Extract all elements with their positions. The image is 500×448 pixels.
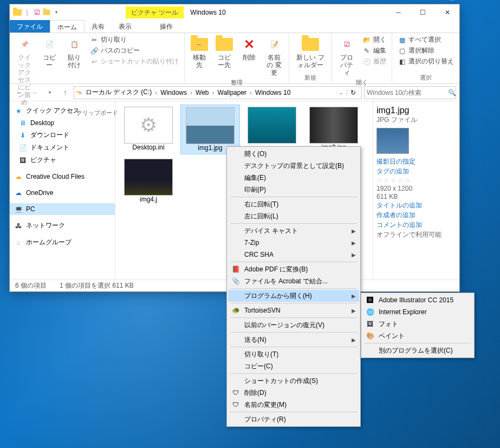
image-thumbnail xyxy=(248,107,296,144)
help-icon[interactable]: ? xyxy=(447,0,456,1)
pasteshortcut-button[interactable]: ↩ショートカットの貼り付け xyxy=(88,56,181,67)
paste-button[interactable]: 📋貼り付け xyxy=(63,35,86,108)
openwith-item[interactable]: 別のプログラムを選択(C) xyxy=(362,345,473,356)
history-button[interactable]: 🕘履歴 xyxy=(360,56,388,67)
breadcrumb[interactable]: Windows 10 xyxy=(254,89,291,96)
preview-title[interactable]: タイトルの追加 xyxy=(376,201,456,210)
tab-file[interactable]: ファイル xyxy=(10,20,50,33)
sidebar-item-network[interactable]: 🖧ネットワーク xyxy=(10,219,115,232)
context-item[interactable]: 📎ファイルを Acrobat で結合... xyxy=(228,275,359,287)
selectnone-button[interactable]: ▢選択解除 xyxy=(395,46,456,56)
tab-manage[interactable]: 操作 xyxy=(153,20,180,33)
openwith-item[interactable]: 🅰Adobe Illustrator CC 2015 xyxy=(362,294,473,306)
file-item-img4[interactable]: img4.j xyxy=(119,157,178,205)
search-icon[interactable]: 🔍 xyxy=(448,89,456,96)
context-label: ファイルを Acrobat で結合... xyxy=(244,277,328,286)
context-item[interactable]: 印刷(P) xyxy=(228,184,359,196)
openwith-label: フォト xyxy=(379,320,398,329)
forward-button[interactable]: → xyxy=(28,86,41,99)
preview-rating[interactable]: ☆☆☆☆☆ xyxy=(376,177,456,184)
context-item[interactable]: CRC SHA▶ xyxy=(228,249,359,261)
group-clipboard-label: クリップボード xyxy=(13,108,181,119)
tab-share[interactable]: 共有 xyxy=(85,20,112,33)
search-input[interactable] xyxy=(367,89,448,96)
context-item[interactable]: プログラムから開く(H)▶ xyxy=(228,290,359,302)
submenu-arrow-icon: ▶ xyxy=(352,337,356,343)
properties-icon[interactable]: ☑ xyxy=(33,8,41,17)
preview-date[interactable]: 撮影日の指定 xyxy=(376,157,456,166)
newfolder-button[interactable]: 新しい フォルダー xyxy=(293,35,328,73)
tab-home[interactable]: ホーム xyxy=(50,20,85,33)
context-item[interactable]: コピー(C) xyxy=(228,360,359,372)
context-item[interactable]: 🐢TortoiseSVN▶ xyxy=(228,304,359,316)
context-item[interactable]: 右に回転(T) xyxy=(228,198,359,210)
group-open-label: 開く xyxy=(335,77,388,88)
file-label: img4.j xyxy=(140,196,157,203)
minimize-button[interactable]: ─ xyxy=(386,4,411,20)
openwith-item[interactable]: 🌐Internet Explorer xyxy=(362,306,473,318)
moveto-button[interactable]: ←移動先 xyxy=(188,35,211,77)
breadcrumb[interactable]: Web xyxy=(194,89,210,96)
copy-button[interactable]: 📄コピー xyxy=(38,35,61,108)
addr-dropdown-icon[interactable]: ⌄ xyxy=(337,90,346,95)
preview-size: 611 KB xyxy=(376,193,456,200)
openwith-item[interactable]: 🎨ペイント xyxy=(362,330,473,342)
sidebar-item-onedrive[interactable]: ☁OneDrive xyxy=(10,187,115,199)
delete-button[interactable]: ✕削除 xyxy=(238,35,261,77)
ribbon-tabs: ファイル ホーム 共有 表示 操作 ⌃ ? xyxy=(10,20,459,33)
preview-pane: img1.jpg JPG ファイル 撮影日の指定 タグの追加 ☆☆☆☆☆ 192… xyxy=(373,101,459,280)
sidebar-item-pc[interactable]: 💻PC xyxy=(10,203,115,215)
context-item[interactable]: 送る(N)▶ xyxy=(228,334,359,346)
preview-tags[interactable]: タグの追加 xyxy=(376,167,456,176)
shield-icon: 🛡 xyxy=(231,400,240,409)
sidebar-item-homegroup[interactable]: ⌂ホームグループ xyxy=(10,236,115,249)
paint-icon: 🎨 xyxy=(366,332,374,340)
image-thumbnail xyxy=(309,107,358,144)
refresh-icon[interactable]: ↻ xyxy=(347,89,359,96)
context-item[interactable]: 開く(O) xyxy=(228,148,359,160)
context-item[interactable]: 🛡削除(D) xyxy=(228,387,359,399)
properties-button[interactable]: ☑プロパティ xyxy=(335,35,358,77)
sidebar-item-pictures[interactable]: 🖼ピクチャ xyxy=(10,154,115,166)
context-item[interactable]: 左に回転(L) xyxy=(228,210,359,222)
invert-button[interactable]: ◧選択の切り替え xyxy=(395,56,456,67)
openwith-item[interactable]: 🖼フォト xyxy=(362,318,473,330)
close-button[interactable]: ✕ xyxy=(435,4,459,20)
rename-button[interactable]: 📝名前の 変更 xyxy=(263,35,285,77)
preview-author[interactable]: 作成者の追加 xyxy=(376,211,456,220)
qat-dropdown-icon[interactable]: ▾ xyxy=(52,8,61,17)
context-label: 印刷(P) xyxy=(244,185,266,194)
context-item[interactable]: デバイス キャスト▶ xyxy=(228,225,359,237)
submenu-arrow-icon: ▶ xyxy=(352,252,356,258)
context-item[interactable]: プロパティ(R) xyxy=(228,413,359,425)
maximize-button[interactable]: ☐ xyxy=(411,4,435,20)
file-label: Desktop.ini xyxy=(132,144,164,151)
sidebar-item-documents[interactable]: 📄ドキュメント xyxy=(10,141,115,154)
edit-button[interactable]: ✎編集 xyxy=(360,46,388,56)
context-label: 左に回転(L) xyxy=(244,212,278,221)
sidebar-item-desktop[interactable]: 🖥Desktop xyxy=(10,117,115,129)
context-item[interactable]: デスクトップの背景として設定(B) xyxy=(228,160,359,172)
context-item[interactable]: 📕Adobe PDF に変換(B) xyxy=(228,263,359,275)
copyto-button[interactable]: コピー先 xyxy=(213,35,236,77)
context-label: 切り取り(T) xyxy=(244,350,278,359)
new-folder-icon[interactable] xyxy=(42,8,51,17)
shield-icon: 🛡 xyxy=(231,388,240,397)
context-item[interactable]: 7-Zip▶ xyxy=(228,237,359,249)
open-button[interactable]: 📂開く xyxy=(360,35,388,45)
context-label: デスクトップの背景として設定(B) xyxy=(244,161,344,171)
cut-button[interactable]: ✂切り取り xyxy=(88,35,181,45)
context-item[interactable]: 編集(E) xyxy=(228,172,359,184)
context-item[interactable]: 切り取り(T) xyxy=(228,348,359,360)
tab-view[interactable]: 表示 xyxy=(112,20,139,33)
sidebar-item-downloads[interactable]: ⬇ダウンロード xyxy=(10,129,115,141)
preview-comment[interactable]: コメントの追加 xyxy=(376,220,456,230)
submenu-arrow-icon: ▶ xyxy=(352,240,356,246)
copypath-button[interactable]: 🔗パスのコピー xyxy=(88,46,181,56)
context-item[interactable]: 🛡名前の変更(M) xyxy=(228,399,359,411)
selectall-button[interactable]: ▦すべて選択 xyxy=(395,35,456,45)
context-item[interactable]: 以前のバージョンの復元(V) xyxy=(228,319,359,331)
sidebar-item-creativecloud[interactable]: ☁Creative Cloud Files xyxy=(10,171,115,183)
context-item[interactable]: ショートカットの作成(S) xyxy=(228,375,359,387)
breadcrumb[interactable]: Wallpaper xyxy=(217,89,248,96)
